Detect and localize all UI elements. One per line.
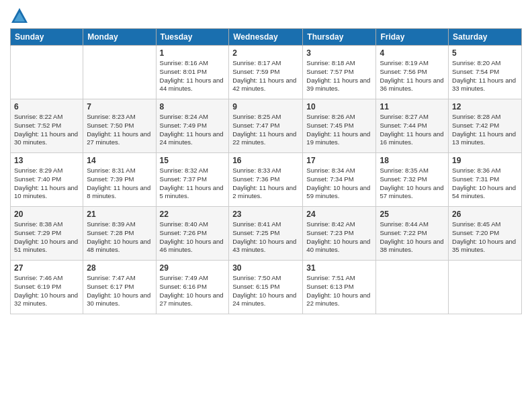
day-number: 9 bbox=[232, 102, 299, 111]
calendar-cell bbox=[449, 261, 522, 314]
calendar-cell: 20Sunrise: 8:38 AM Sunset: 7:29 PM Dayli… bbox=[11, 207, 83, 261]
day-number: 5 bbox=[452, 48, 518, 58]
day-info: Sunrise: 8:27 AM Sunset: 7:44 PM Dayligh… bbox=[380, 113, 445, 147]
day-info: Sunrise: 8:26 AM Sunset: 7:45 PM Dayligh… bbox=[306, 113, 372, 147]
calendar-cell: 12Sunrise: 8:28 AM Sunset: 7:42 PM Dayli… bbox=[449, 99, 522, 153]
day-info: Sunrise: 8:23 AM Sunset: 7:50 PM Dayligh… bbox=[87, 113, 152, 147]
day-info: Sunrise: 8:17 AM Sunset: 7:59 PM Dayligh… bbox=[232, 59, 299, 93]
weekday-header-row: SundayMondayTuesdayWednesdayThursdayFrid… bbox=[11, 29, 522, 46]
calendar-cell bbox=[11, 46, 83, 99]
day-info: Sunrise: 8:22 AM Sunset: 7:52 PM Dayligh… bbox=[14, 113, 79, 147]
calendar-cell: 16Sunrise: 8:33 AM Sunset: 7:36 PM Dayli… bbox=[229, 153, 303, 207]
day-info: Sunrise: 7:51 AM Sunset: 6:13 PM Dayligh… bbox=[306, 274, 372, 308]
day-info: Sunrise: 7:47 AM Sunset: 6:17 PM Dayligh… bbox=[87, 274, 152, 308]
day-number: 15 bbox=[160, 156, 226, 165]
day-info: Sunrise: 8:35 AM Sunset: 7:32 PM Dayligh… bbox=[380, 167, 445, 201]
calendar-week-3: 13Sunrise: 8:29 AM Sunset: 7:40 PM Dayli… bbox=[11, 153, 522, 207]
logo bbox=[10, 7, 32, 26]
weekday-header-tuesday: Tuesday bbox=[156, 29, 229, 46]
calendar-cell: 22Sunrise: 8:40 AM Sunset: 7:26 PM Dayli… bbox=[156, 207, 229, 261]
day-number: 4 bbox=[380, 48, 445, 58]
calendar-cell bbox=[83, 46, 156, 99]
calendar-week-1: 1Sunrise: 8:16 AM Sunset: 8:01 PM Daylig… bbox=[11, 46, 522, 99]
day-info: Sunrise: 8:32 AM Sunset: 7:37 PM Dayligh… bbox=[160, 167, 226, 201]
weekday-header-sunday: Sunday bbox=[11, 29, 83, 46]
day-info: Sunrise: 7:50 AM Sunset: 6:15 PM Dayligh… bbox=[232, 274, 299, 308]
weekday-header-thursday: Thursday bbox=[303, 29, 376, 46]
calendar-cell: 18Sunrise: 8:35 AM Sunset: 7:32 PM Dayli… bbox=[376, 153, 449, 207]
calendar-week-4: 20Sunrise: 8:38 AM Sunset: 7:29 PM Dayli… bbox=[11, 207, 522, 261]
calendar-cell: 25Sunrise: 8:44 AM Sunset: 7:22 PM Dayli… bbox=[376, 207, 449, 261]
day-number: 11 bbox=[380, 102, 445, 111]
day-info: Sunrise: 8:36 AM Sunset: 7:31 PM Dayligh… bbox=[452, 167, 518, 201]
day-number: 22 bbox=[160, 210, 226, 219]
day-number: 13 bbox=[14, 156, 79, 165]
day-info: Sunrise: 8:25 AM Sunset: 7:47 PM Dayligh… bbox=[232, 113, 299, 147]
day-number: 8 bbox=[160, 102, 226, 111]
day-info: Sunrise: 8:40 AM Sunset: 7:26 PM Dayligh… bbox=[160, 220, 226, 255]
calendar-cell: 5Sunrise: 8:20 AM Sunset: 7:54 PM Daylig… bbox=[449, 46, 522, 99]
calendar-week-5: 27Sunrise: 7:46 AM Sunset: 6:19 PM Dayli… bbox=[11, 261, 522, 314]
logo-icon bbox=[10, 7, 29, 26]
day-number: 21 bbox=[87, 210, 152, 219]
day-number: 20 bbox=[14, 210, 79, 219]
calendar-cell: 11Sunrise: 8:27 AM Sunset: 7:44 PM Dayli… bbox=[376, 99, 449, 153]
calendar-cell: 6Sunrise: 8:22 AM Sunset: 7:52 PM Daylig… bbox=[11, 99, 83, 153]
calendar-cell: 10Sunrise: 8:26 AM Sunset: 7:45 PM Dayli… bbox=[303, 99, 376, 153]
calendar-cell: 9Sunrise: 8:25 AM Sunset: 7:47 PM Daylig… bbox=[229, 99, 303, 153]
day-info: Sunrise: 8:38 AM Sunset: 7:29 PM Dayligh… bbox=[14, 220, 79, 255]
day-info: Sunrise: 8:42 AM Sunset: 7:23 PM Dayligh… bbox=[306, 220, 372, 255]
calendar-cell: 27Sunrise: 7:46 AM Sunset: 6:19 PM Dayli… bbox=[11, 261, 83, 314]
day-number: 24 bbox=[306, 210, 372, 219]
day-info: Sunrise: 8:41 AM Sunset: 7:25 PM Dayligh… bbox=[232, 220, 299, 255]
calendar-cell: 13Sunrise: 8:29 AM Sunset: 7:40 PM Dayli… bbox=[11, 153, 83, 207]
day-info: Sunrise: 8:18 AM Sunset: 7:57 PM Dayligh… bbox=[306, 59, 372, 93]
weekday-header-saturday: Saturday bbox=[449, 29, 522, 46]
day-info: Sunrise: 8:16 AM Sunset: 8:01 PM Dayligh… bbox=[160, 59, 226, 93]
weekday-header-monday: Monday bbox=[83, 29, 156, 46]
day-number: 19 bbox=[452, 156, 518, 165]
day-number: 6 bbox=[14, 102, 79, 111]
day-number: 7 bbox=[87, 102, 152, 111]
day-info: Sunrise: 8:31 AM Sunset: 7:39 PM Dayligh… bbox=[87, 167, 152, 201]
day-number: 28 bbox=[87, 263, 152, 273]
day-info: Sunrise: 8:29 AM Sunset: 7:40 PM Dayligh… bbox=[14, 167, 79, 201]
calendar-cell: 30Sunrise: 7:50 AM Sunset: 6:15 PM Dayli… bbox=[229, 261, 303, 314]
day-number: 31 bbox=[306, 263, 372, 273]
day-number: 14 bbox=[87, 156, 152, 165]
day-number: 2 bbox=[232, 48, 299, 58]
day-number: 10 bbox=[306, 102, 372, 111]
day-info: Sunrise: 8:19 AM Sunset: 7:56 PM Dayligh… bbox=[380, 59, 445, 93]
day-number: 25 bbox=[380, 210, 445, 219]
calendar-cell: 21Sunrise: 8:39 AM Sunset: 7:28 PM Dayli… bbox=[83, 207, 156, 261]
calendar-cell: 14Sunrise: 8:31 AM Sunset: 7:39 PM Dayli… bbox=[83, 153, 156, 207]
calendar-cell: 4Sunrise: 8:19 AM Sunset: 7:56 PM Daylig… bbox=[376, 46, 449, 99]
day-info: Sunrise: 8:28 AM Sunset: 7:42 PM Dayligh… bbox=[452, 113, 518, 147]
calendar-cell: 8Sunrise: 8:24 AM Sunset: 7:49 PM Daylig… bbox=[156, 99, 229, 153]
day-number: 23 bbox=[232, 210, 299, 219]
calendar-cell: 7Sunrise: 8:23 AM Sunset: 7:50 PM Daylig… bbox=[83, 99, 156, 153]
day-number: 29 bbox=[160, 263, 226, 273]
weekday-header-friday: Friday bbox=[376, 29, 449, 46]
calendar-cell: 24Sunrise: 8:42 AM Sunset: 7:23 PM Dayli… bbox=[303, 207, 376, 261]
header bbox=[10, 7, 522, 26]
day-number: 3 bbox=[306, 48, 372, 58]
calendar-cell: 2Sunrise: 8:17 AM Sunset: 7:59 PM Daylig… bbox=[229, 46, 303, 99]
calendar-table: SundayMondayTuesdayWednesdayThursdayFrid… bbox=[10, 28, 522, 314]
day-number: 12 bbox=[452, 102, 518, 111]
day-number: 30 bbox=[232, 263, 299, 273]
day-info: Sunrise: 8:39 AM Sunset: 7:28 PM Dayligh… bbox=[87, 220, 152, 255]
calendar-cell: 29Sunrise: 7:49 AM Sunset: 6:16 PM Dayli… bbox=[156, 261, 229, 314]
day-info: Sunrise: 8:33 AM Sunset: 7:36 PM Dayligh… bbox=[232, 167, 299, 201]
calendar-cell: 3Sunrise: 8:18 AM Sunset: 7:57 PM Daylig… bbox=[303, 46, 376, 99]
day-number: 26 bbox=[452, 210, 518, 219]
calendar-cell: 31Sunrise: 7:51 AM Sunset: 6:13 PM Dayli… bbox=[303, 261, 376, 314]
day-info: Sunrise: 8:45 AM Sunset: 7:20 PM Dayligh… bbox=[452, 220, 518, 255]
day-number: 27 bbox=[14, 263, 79, 273]
day-number: 17 bbox=[306, 156, 372, 165]
calendar-cell: 28Sunrise: 7:47 AM Sunset: 6:17 PM Dayli… bbox=[83, 261, 156, 314]
weekday-header-wednesday: Wednesday bbox=[229, 29, 303, 46]
calendar-cell: 17Sunrise: 8:34 AM Sunset: 7:34 PM Dayli… bbox=[303, 153, 376, 207]
calendar-week-2: 6Sunrise: 8:22 AM Sunset: 7:52 PM Daylig… bbox=[11, 99, 522, 153]
calendar-cell: 23Sunrise: 8:41 AM Sunset: 7:25 PM Dayli… bbox=[229, 207, 303, 261]
